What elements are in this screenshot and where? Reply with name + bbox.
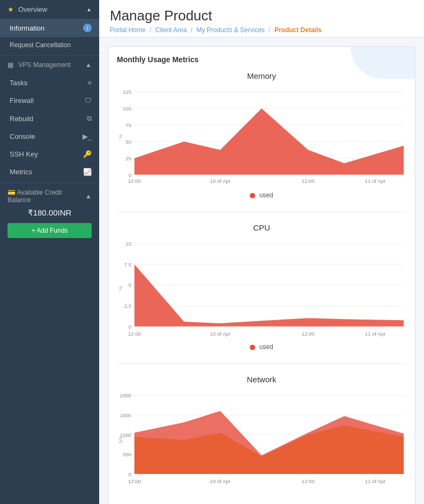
svg-text:0: 0 [129,323,131,329]
svg-text:10 of Apr: 10 of Apr [210,331,231,337]
sidebar-item-metrics[interactable]: Metrics 📈 [0,163,99,181]
credit-amount: ₹180.00INR [8,208,92,218]
memory-chart-legend: used [117,191,406,199]
overview-label: Overview [18,5,47,13]
server-icon: ▦ [8,61,13,69]
chevron-up-icon-vps: ▲ [85,61,92,69]
svg-text:12:00: 12:00 [302,178,315,184]
svg-text:%: % [117,134,123,139]
add-funds-button[interactable]: + Add Funds [8,223,92,238]
network-chart-title: Network [117,375,406,384]
main-content: Manage Product Portal Home / Client Area… [99,0,424,504]
svg-text:12:00: 12:00 [128,178,141,184]
chart-separator-2 [117,364,406,364]
breadcrumb: Portal Home / Client Area / My Products … [110,26,413,34]
metrics-card-title: Monthly Usage Metrics [117,55,406,64]
cpu-chart-title: CPU [117,223,406,232]
svg-text:2.5: 2.5 [124,303,131,309]
vps-management-label: VPS Management [18,61,70,69]
svg-text:125: 125 [123,89,131,95]
memory-chart-area: 125 100 75 50 25 0 % [117,85,406,188]
memory-chart-title: Memory [117,71,406,80]
svg-text:500: 500 [123,451,131,457]
svg-text:11 of Apr: 11 of Apr [365,478,386,484]
info-badge: i [83,24,92,32]
list-icon: ≡ [87,79,92,87]
memory-legend-used: used [250,191,273,199]
svg-text:5: 5 [129,282,131,288]
sidebar-item-ssh-key[interactable]: SSH Key 🔑 [0,145,99,163]
svg-text:0: 0 [129,471,131,477]
network-chart-svg: 2000 1500 1000 500 0 b/s [117,388,406,502]
svg-text:50: 50 [125,139,131,145]
breadcrumb-client-area[interactable]: Client Area [155,26,187,34]
sidebar-item-request-cancellation[interactable]: Request Cancellation [0,37,99,53]
svg-text:2000: 2000 [120,392,131,398]
svg-text:12:00: 12:00 [128,478,141,484]
terminal-icon: ▶_ [83,132,92,140]
breadcrumb-portal-home[interactable]: Portal Home [110,26,146,34]
svg-text:12:00: 12:00 [302,331,315,337]
svg-text:12:00: 12:00 [302,478,315,484]
chart-separator-1 [117,212,406,212]
page-title: Manage Product [110,8,413,24]
credit-balance-header: 💳 Available Credit Balance ▲ [8,189,92,204]
svg-text:100: 100 [123,106,131,112]
tasks-label: Tasks [10,79,27,87]
cpu-legend-dot [250,345,255,350]
svg-text:%: % [117,286,123,291]
svg-text:1500: 1500 [120,412,131,418]
cpu-chart-area: 10 7.5 5 2.5 0 % 12 [117,236,406,340]
vps-management-header[interactable]: ▦ VPS Management ▲ [0,55,99,74]
svg-text:11 of Apr: 11 of Apr [365,178,386,184]
cpu-legend-used: used [250,343,273,351]
star-icon: ★ [8,5,14,13]
svg-text:10: 10 [125,241,131,247]
sidebar-item-overview[interactable]: ★ Overview ▲ [0,0,99,19]
memory-chart-container: Memory 125 100 75 50 25 0 % [117,71,406,199]
firewall-label: Firewall [10,97,34,105]
svg-marker-29 [135,264,404,327]
memory-legend-dot [250,193,255,198]
chevron-up-credit: ▲ [85,192,92,200]
request-cancellation-label: Request Cancellation [10,41,71,49]
chart-icon: 📈 [83,168,92,176]
svg-marker-46 [135,411,404,474]
svg-text:25: 25 [125,155,131,161]
breadcrumb-product-details: Product Details [274,26,322,34]
page-header: Manage Product Portal Home / Client Area… [99,0,424,38]
sidebar-item-console[interactable]: Console ▶_ [0,128,99,145]
cpu-chart-svg: 10 7.5 5 2.5 0 % 12 [117,236,406,340]
cpu-chart-legend: used [117,343,406,351]
svg-text:b/s: b/s [117,436,123,443]
breadcrumb-products-services[interactable]: My Products & Services [196,26,264,34]
svg-text:10 of Apr: 10 of Apr [210,478,231,484]
network-chart-area: 2000 1500 1000 500 0 b/s [117,388,406,502]
credit-section: 💳 Available Credit Balance ▲ ₹180.00INR … [0,183,99,243]
information-label: Information [10,24,44,32]
credit-icon: 💳 [8,189,16,196]
metrics-label: Metrics [10,168,32,176]
sidebar: ★ Overview ▲ Information i Request Cance… [0,0,99,504]
svg-text:11 of Apr: 11 of Apr [365,331,386,337]
svg-text:75: 75 [125,122,131,128]
svg-text:10 of Apr: 10 of Apr [210,178,231,184]
key-icon: 🔑 [83,150,92,158]
svg-text:12:00: 12:00 [128,331,141,337]
network-chart-container: Network 2000 1500 1000 500 0 b/s [117,375,406,504]
chevron-up-icon: ▲ [86,6,92,12]
svg-text:7.5: 7.5 [124,262,131,268]
sidebar-item-rebuild[interactable]: Rebuild ⧉ [0,109,99,128]
memory-chart-svg: 125 100 75 50 25 0 % [117,85,406,188]
credit-balance-label: Available Credit Balance [8,189,62,204]
shield-icon: 🛡 [85,97,92,105]
cpu-chart-container: CPU 10 7.5 5 2.5 0 % [117,223,406,351]
rebuild-icon: ⧉ [87,114,92,123]
sidebar-item-tasks[interactable]: Tasks ≡ [0,74,99,92]
rebuild-label: Rebuild [10,115,33,123]
console-label: Console [10,132,35,140]
ssh-key-label: SSH Key [10,150,38,158]
sidebar-item-firewall[interactable]: Firewall 🛡 [0,92,99,109]
sidebar-item-information[interactable]: Information i [0,19,99,37]
metrics-card: Monthly Usage Metrics Memory 125 100 75 … [108,46,415,504]
